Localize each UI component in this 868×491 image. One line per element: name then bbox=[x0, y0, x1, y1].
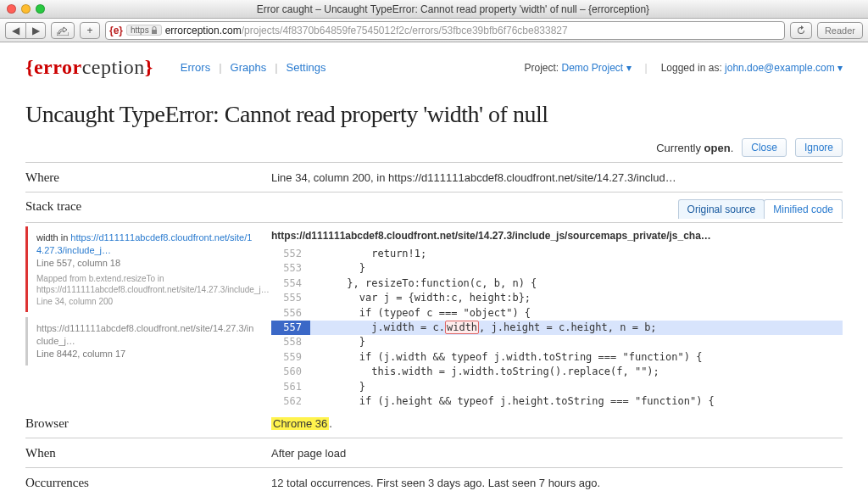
zoom-window-icon[interactable] bbox=[36, 4, 45, 14]
occurrences-row: Occurrences 12 total occurrences. First … bbox=[25, 468, 843, 491]
code-line: 559 if (j.width && typeof j.width.toStri… bbox=[271, 350, 843, 365]
nav-separator: | bbox=[275, 61, 277, 74]
window-title: Error caught – Uncaught TypeError: Canno… bbox=[45, 3, 861, 15]
line-number: 559 bbox=[271, 350, 310, 365]
browser-toolbar: ◀ ▶ + {e} https errorception.com/project… bbox=[0, 19, 868, 42]
frame-location: Line 8442, column 17 bbox=[36, 349, 125, 359]
stack-frame[interactable]: width in https://d111111abcdef8.cloudfro… bbox=[25, 226, 264, 312]
code-text: } bbox=[310, 380, 843, 394]
brand-logo[interactable]: {errorception} bbox=[25, 56, 153, 79]
where-row: Where Line 34, column 200, in https://d1… bbox=[25, 163, 843, 192]
nav-errors[interactable]: Errors bbox=[177, 61, 214, 74]
project-link[interactable]: Demo Project ▾ bbox=[562, 62, 632, 74]
nav-settings[interactable]: Settings bbox=[283, 61, 330, 74]
code-line: 561 } bbox=[271, 380, 843, 394]
stack-frame[interactable]: https://d111111abcdef8.cloudfront.net/si… bbox=[25, 317, 264, 365]
stack-header-row: Stack trace Original source Minified cod… bbox=[25, 192, 843, 223]
stack-label: Stack trace bbox=[25, 199, 271, 219]
nav-buttons: ◀ ▶ bbox=[5, 22, 46, 39]
code-line: 555 var j = {width:c, height:b}; bbox=[271, 291, 843, 305]
details-table: Where Line 34, column 200, in https://d1… bbox=[25, 162, 843, 491]
add-button[interactable]: + bbox=[80, 22, 100, 39]
frame-file-link[interactable]: https://d111111abcdef8.cloudfront.net/si… bbox=[36, 323, 253, 346]
code-text: return!1; bbox=[310, 247, 843, 261]
window-titlebar: Error caught – Uncaught TypeError: Canno… bbox=[0, 0, 868, 19]
code-text: j.width = c.width, j.height = c.height, … bbox=[310, 321, 843, 335]
status-row: Currently open. Close Ignore bbox=[25, 138, 843, 157]
code-text: } bbox=[310, 261, 843, 276]
status-text: Currently open. bbox=[656, 142, 733, 154]
line-number: 554 bbox=[271, 276, 310, 291]
where-label: Where bbox=[25, 170, 271, 185]
code-line: 552 return!1; bbox=[271, 247, 843, 261]
source-pane: https://d111111abcdef8.cloudfront.net/si… bbox=[271, 226, 843, 409]
nav-separator: | bbox=[219, 61, 221, 74]
browser-row: Browser Chrome 36. bbox=[25, 409, 843, 438]
tab-minified-code[interactable]: Minified code bbox=[764, 199, 843, 219]
when-row: When After page load bbox=[25, 438, 843, 468]
when-value: After page load bbox=[271, 445, 843, 460]
code-text: var j = {width:c, height:b}; bbox=[310, 291, 843, 305]
frame-location: Line 557, column 18 bbox=[36, 258, 120, 268]
https-label: https bbox=[131, 25, 149, 35]
code-text: if (j.width && typeof j.width.toString =… bbox=[310, 350, 843, 365]
code-text: this.width = j.width.toString().replace(… bbox=[310, 365, 843, 379]
main-nav: Errors | Graphs | Settings bbox=[177, 61, 330, 74]
code-text: } bbox=[310, 335, 843, 349]
nav-graphs[interactable]: Graphs bbox=[227, 61, 270, 74]
line-number: 557 bbox=[271, 321, 310, 335]
traffic-lights bbox=[7, 4, 45, 14]
code-line: 553 } bbox=[271, 261, 843, 276]
user-link[interactable]: john.doe@example.com ▾ bbox=[725, 62, 843, 74]
stack-content: width in https://d111111abcdef8.cloudfro… bbox=[25, 226, 843, 409]
occurrences-label: Occurrences bbox=[25, 475, 271, 490]
user-nav: Project: Demo Project ▾ | Logged in as: … bbox=[524, 62, 843, 74]
line-number: 556 bbox=[271, 306, 310, 321]
stack-frames: width in https://d111111abcdef8.cloudfro… bbox=[25, 226, 271, 409]
nav-separator: | bbox=[645, 62, 648, 74]
code-text: if (j.height && typeof j.height.toString… bbox=[310, 394, 843, 409]
user-menu[interactable]: Logged in as: john.doe@example.com ▾ bbox=[661, 62, 843, 74]
error-title: Uncaught TypeError: Cannot read property… bbox=[25, 101, 843, 128]
code-line: 562 if (j.height && typeof j.height.toSt… bbox=[271, 394, 843, 409]
close-button[interactable]: Close bbox=[742, 138, 787, 157]
line-number: 553 bbox=[271, 261, 310, 276]
line-number: 555 bbox=[271, 291, 310, 305]
svg-rect-0 bbox=[152, 30, 157, 34]
code-line: 560 this.width = j.width.toString().repl… bbox=[271, 365, 843, 379]
forward-button[interactable]: ▶ bbox=[25, 22, 46, 39]
code-line: 558 } bbox=[271, 335, 843, 349]
frame-mapped-info: Mapped from b.extend.resizeTo in https:/… bbox=[36, 273, 258, 308]
reader-button[interactable]: Reader bbox=[817, 22, 863, 39]
header-row: {errorception} Errors | Graphs | Setting… bbox=[25, 56, 843, 79]
line-number: 552 bbox=[271, 247, 310, 261]
code-block: 552 return!1;553 }554 }, resizeTo:functi… bbox=[271, 247, 843, 409]
back-button[interactable]: ◀ bbox=[5, 22, 25, 39]
code-line: 557 j.width = c.width, j.height = c.heig… bbox=[271, 321, 843, 335]
browser-label: Browser bbox=[25, 416, 271, 431]
occurrences-value: 12 total occurrences. First seen 3 days … bbox=[271, 475, 843, 489]
code-text: if (typeof c === "object") { bbox=[310, 306, 843, 321]
minimize-window-icon[interactable] bbox=[21, 4, 31, 14]
close-window-icon[interactable] bbox=[7, 4, 16, 14]
page-content: {errorception} Errors | Graphs | Setting… bbox=[0, 42, 868, 491]
source-file-path: https://d111111abcdef8.cloudfront.net/si… bbox=[271, 226, 843, 247]
code-line: 554 }, resizeTo:function(c, b, n) { bbox=[271, 276, 843, 291]
code-line: 556 if (typeof c === "object") { bbox=[271, 306, 843, 321]
source-tabs: Original source Minified code bbox=[271, 199, 843, 219]
share-button[interactable] bbox=[51, 22, 75, 39]
ignore-button[interactable]: Ignore bbox=[795, 138, 843, 157]
where-value: Line 34, column 200, in https://d111111a… bbox=[271, 170, 843, 184]
url-bar[interactable]: {e} https errorception.com/projects/4f83… bbox=[105, 21, 785, 40]
project-switcher[interactable]: Project: Demo Project ▾ bbox=[524, 62, 631, 74]
error-token: width bbox=[445, 321, 479, 334]
line-number: 560 bbox=[271, 365, 310, 379]
favicon-icon: {e} bbox=[109, 24, 123, 37]
when-label: When bbox=[25, 445, 271, 460]
line-number: 562 bbox=[271, 394, 310, 409]
line-number: 558 bbox=[271, 335, 310, 349]
tab-original-source[interactable]: Original source bbox=[678, 199, 765, 219]
code-text: }, resizeTo:function(c, b, n) { bbox=[310, 276, 843, 291]
reload-button[interactable] bbox=[790, 22, 812, 39]
url-text: errorception.com/projects/4f8370b64859fe… bbox=[165, 25, 568, 36]
